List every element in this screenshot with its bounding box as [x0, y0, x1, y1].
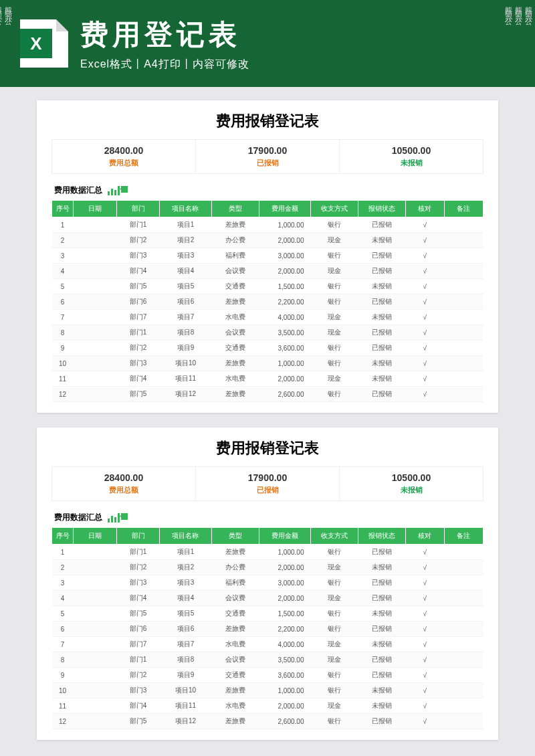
- table-cell: [74, 248, 117, 264]
- table-cell: 未报销: [358, 233, 405, 248]
- table-cell: 6: [52, 622, 74, 637]
- table-cell: 项目3: [160, 575, 211, 591]
- document-page-2: 费用报销登记表28400.00费用总额17900.00已报销10500.00未报…: [37, 428, 498, 740]
- table-cell: √: [405, 591, 444, 606]
- column-header: 费用金额: [259, 201, 310, 217]
- table-cell: 已报销: [358, 325, 405, 341]
- table-cell: 现金: [310, 325, 358, 341]
- table-cell: √: [405, 279, 444, 294]
- table-cell: [444, 248, 483, 264]
- table-cell: [74, 371, 117, 387]
- table-cell: 项目12: [160, 714, 211, 729]
- table-cell: √: [405, 652, 444, 668]
- table-cell: 差旅费: [211, 217, 259, 233]
- table-cell: √: [405, 325, 444, 341]
- table-cell: 部门2: [116, 233, 160, 248]
- table-cell: [74, 622, 117, 637]
- table-cell: [74, 294, 117, 310]
- table-cell: 已报销: [358, 248, 405, 264]
- table-cell: 项目4: [160, 591, 211, 606]
- table-cell: 差旅费: [211, 545, 259, 560]
- table-cell: [444, 371, 483, 387]
- table-cell: √: [405, 575, 444, 591]
- table-cell: 已报销: [358, 575, 405, 591]
- table-cell: 6: [52, 294, 74, 310]
- table-cell: 水电费: [211, 698, 259, 714]
- summary-label: 费用总额: [52, 158, 195, 168]
- table-cell: 部门7: [116, 310, 160, 325]
- table-row: 8部门1项目8会议费3,500.00现金已报销√: [52, 325, 484, 341]
- table-cell: 2,000.00: [259, 560, 310, 575]
- table-cell: [444, 560, 483, 575]
- table-cell: 已报销: [358, 341, 405, 356]
- table-row: 2部门2项目2办公费2,000.00现金未报销√: [52, 560, 484, 575]
- table-cell: 部门4: [116, 698, 160, 714]
- table-cell: [444, 683, 483, 698]
- table-cell: 9: [52, 341, 74, 356]
- column-header: 类型: [211, 528, 259, 545]
- table-cell: 现金: [310, 637, 358, 652]
- summary-cell: 28400.00费用总额: [52, 140, 196, 173]
- table-cell: 部门3: [116, 683, 160, 698]
- table-cell: 部门5: [116, 279, 160, 294]
- summary-value: 17900.00: [196, 472, 339, 483]
- table-cell: [444, 310, 483, 325]
- table-cell: √: [405, 637, 444, 652]
- column-header: 备注: [444, 201, 483, 217]
- table-cell: 项目2: [160, 233, 211, 248]
- table-cell: √: [405, 622, 444, 637]
- doc-title: 费用报销登记表: [51, 438, 484, 458]
- table-cell: [444, 341, 483, 356]
- table-cell: 福利费: [211, 575, 259, 591]
- table-cell: 现金: [310, 233, 358, 248]
- table-cell: 已报销: [358, 622, 405, 637]
- table-cell: 1,000.00: [259, 356, 310, 371]
- section-header: 费用数据汇总: [51, 181, 484, 200]
- table-cell: 已报销: [358, 668, 405, 683]
- excel-x-badge: X: [20, 29, 52, 58]
- table-row: 2部门2项目2办公费2,000.00现金未报销√: [52, 233, 484, 248]
- table-cell: [444, 264, 483, 279]
- table-cell: 会议费: [211, 652, 259, 668]
- table-cell: 已报销: [358, 264, 405, 279]
- table-row: 4部门4项目4会议费2,000.00现金已报销√: [52, 264, 484, 279]
- table-cell: [74, 341, 117, 356]
- table-cell: [444, 545, 483, 560]
- table-cell: 5: [52, 606, 74, 622]
- table-cell: 已报销: [358, 387, 405, 402]
- table-cell: 未报销: [358, 356, 405, 371]
- table-row: 5部门5项目5交通费1,500.00银行未报销√: [52, 279, 484, 294]
- table-cell: 1,000.00: [259, 683, 310, 698]
- table-cell: 交通费: [211, 279, 259, 294]
- table-cell: 未报销: [358, 279, 405, 294]
- table-cell: √: [405, 683, 444, 698]
- table-cell: [74, 575, 117, 591]
- table-cell: 未报销: [358, 637, 405, 652]
- table-cell: 未报销: [358, 560, 405, 575]
- table-cell: 未报销: [358, 310, 405, 325]
- table-row: 11部门4项目11水电费2,000.00现金未报销√: [52, 698, 484, 714]
- table-cell: 10: [52, 356, 74, 371]
- table-cell: [444, 279, 483, 294]
- banner: X 费用登记表 Excel格式丨A4打印丨内容可修改: [0, 0, 535, 87]
- table-cell: [444, 622, 483, 637]
- table-cell: 差旅费: [211, 387, 259, 402]
- table-row: 5部门5项目5交通费1,500.00银行未报销√: [52, 606, 484, 622]
- column-header: 部门: [116, 528, 160, 545]
- table-cell: 交通费: [211, 668, 259, 683]
- table-cell: [74, 652, 117, 668]
- table-cell: 9: [52, 668, 74, 683]
- table-cell: 1: [52, 217, 74, 233]
- document-page-1: 费用报销登记表28400.00费用总额17900.00已报销10500.00未报…: [37, 100, 498, 413]
- table-cell: 银行: [310, 683, 358, 698]
- table-cell: √: [405, 606, 444, 622]
- table-cell: √: [405, 341, 444, 356]
- table-cell: 会议费: [211, 325, 259, 341]
- table-cell: 现金: [310, 560, 358, 575]
- table-cell: [444, 637, 483, 652]
- summary-label: 费用总额: [52, 485, 195, 495]
- column-header: 项目名称: [160, 201, 211, 217]
- table-cell: 12: [52, 714, 74, 729]
- section-header: 费用数据汇总: [51, 508, 484, 527]
- table-cell: 部门2: [116, 560, 160, 575]
